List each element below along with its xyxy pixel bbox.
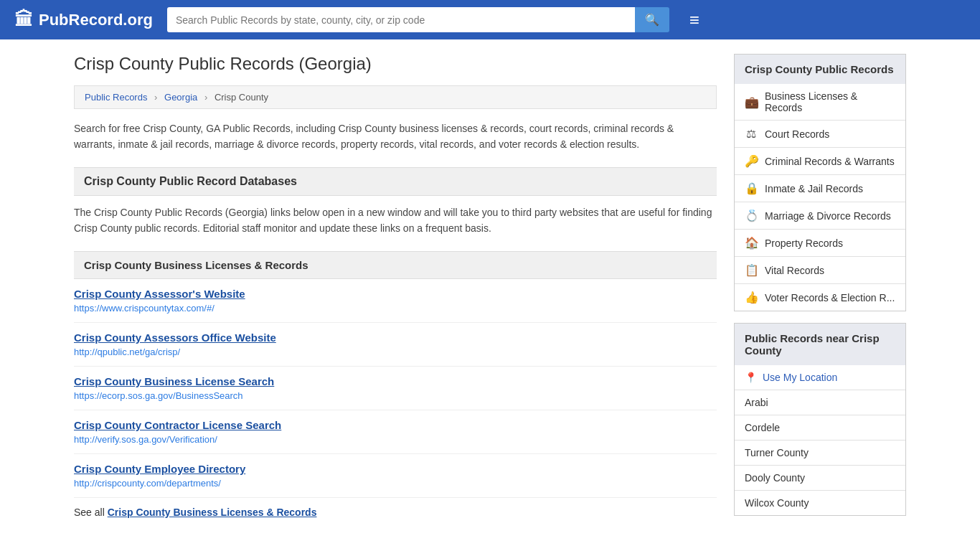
sidebar-nearby-list: 📍Use My LocationArabiCordeleTurner Count… [734, 365, 906, 516]
sidebar-record-item[interactable]: ⚖ Court Records [735, 121, 905, 148]
business-link-title[interactable]: Crisp County Business License Search [74, 375, 717, 387]
sidebar-record-icon: 💼 [745, 95, 758, 109]
breadcrumb: Public Records › Georgia › Crisp County [74, 85, 717, 109]
nearby-use-location[interactable]: 📍Use My Location [735, 365, 905, 390]
sidebar-record-label: Voter Records & Election R... [765, 292, 895, 303]
business-link-url: http://crispcounty.com/departments/ [74, 478, 221, 489]
breadcrumb-public-records[interactable]: Public Records [85, 92, 147, 103]
search-input[interactable] [167, 7, 635, 32]
nearby-label: Wilcox County [745, 497, 809, 509]
breadcrumb-sep-2: › [204, 92, 207, 103]
sidebar-public-records-heading: Crisp County Public Records [734, 54, 906, 84]
business-link-url: http://verify.sos.ga.gov/Verification/ [74, 434, 217, 445]
breadcrumb-crisp-county: Crisp County [215, 92, 268, 103]
sidebar-record-item[interactable]: 🔒 Inmate & Jail Records [735, 175, 905, 202]
site-header: 🏛 PubRecord.org 🔍 ≡ [0, 0, 980, 39]
business-link-title[interactable]: Crisp County Assessors Office Website [74, 331, 717, 344]
sidebar-record-icon: 📋 [745, 263, 758, 277]
menu-button[interactable]: ≡ [684, 9, 705, 32]
nearby-location-item[interactable]: Cordele [735, 415, 905, 441]
sidebar-record-label: Marriage & Divorce Records [765, 210, 891, 222]
building-icon: 🏛 [14, 9, 33, 31]
sidebar-record-icon: 🏠 [745, 236, 758, 250]
sidebar-record-item[interactable]: 💍 Marriage & Divorce Records [735, 202, 905, 230]
business-link-item: Crisp County Assessor's Website https://… [74, 279, 717, 323]
sidebar-record-label: Court Records [765, 128, 829, 140]
sidebar-nearby-section: Public Records near Crisp County 📍Use My… [734, 323, 906, 516]
search-button[interactable]: 🔍 [635, 7, 669, 32]
nearby-label: Use My Location [763, 372, 837, 383]
sidebar-record-label: Business Licenses & Records [765, 90, 895, 113]
see-all-label: See all [74, 507, 105, 518]
nearby-location-item[interactable]: Arabi [735, 390, 905, 415]
databases-section-desc: The Crisp County Public Records (Georgia… [74, 204, 717, 237]
sidebar-record-label: Property Records [765, 237, 843, 249]
search-bar: 🔍 [167, 7, 669, 32]
logo-text: PubRecord.org [39, 11, 153, 29]
nearby-label: Turner County [745, 447, 809, 458]
sidebar-record-icon: 👍 [745, 291, 758, 304]
sidebar-record-icon: ⚖ [745, 127, 758, 141]
sidebar-items-list: 💼 Business Licenses & Records ⚖ Court Re… [734, 84, 906, 311]
business-link-url: https://www.crispcountytax.com/#/ [74, 303, 215, 314]
sidebar-record-item[interactable]: 👍 Voter Records & Election R... [735, 284, 905, 311]
sidebar-record-icon: 🔑 [745, 154, 758, 168]
see-all-link[interactable]: Crisp County Business Licenses & Records [108, 507, 317, 518]
main-container: Crisp County Public Records (Georgia) Pu… [60, 39, 920, 541]
breadcrumb-georgia[interactable]: Georgia [164, 92, 197, 103]
nearby-label: Cordele [745, 422, 780, 433]
sidebar-record-label: Vital Records [765, 265, 824, 276]
breadcrumb-sep-1: › [154, 92, 157, 103]
nearby-label: Dooly County [745, 472, 805, 484]
intro-text: Search for free Crisp County, GA Public … [74, 121, 717, 153]
business-links-list: Crisp County Assessor's Website https://… [74, 279, 717, 498]
business-link-title[interactable]: Crisp County Contractor License Search [74, 419, 717, 431]
databases-section-heading: Crisp County Public Record Databases [74, 167, 717, 196]
content-area: Crisp County Public Records (Georgia) Pu… [74, 54, 717, 527]
business-link-url: https://ecorp.sos.ga.gov/BusinessSearch [74, 390, 243, 401]
business-link-item: Crisp County Contractor License Search h… [74, 410, 717, 454]
business-link-item: Crisp County Assessors Office Website ht… [74, 323, 717, 367]
sidebar-record-icon: 🔒 [745, 182, 758, 195]
nearby-location-item[interactable]: Wilcox County [735, 491, 905, 515]
sidebar-record-item[interactable]: 📋 Vital Records [735, 257, 905, 284]
page-title: Crisp County Public Records (Georgia) [74, 54, 717, 74]
business-link-item: Crisp County Business License Search htt… [74, 367, 717, 410]
see-all-row: See all Crisp County Business Licenses &… [74, 498, 717, 527]
nearby-label: Arabi [745, 397, 768, 408]
sidebar-record-label: Criminal Records & Warrants [765, 156, 895, 167]
site-logo[interactable]: 🏛 PubRecord.org [14, 9, 153, 31]
location-pin-icon: 📍 [745, 372, 757, 383]
sidebar-record-item[interactable]: 💼 Business Licenses & Records [735, 84, 905, 121]
sidebar-record-label: Inmate & Jail Records [765, 183, 863, 194]
sidebar-nearby-heading: Public Records near Crisp County [734, 323, 906, 365]
business-section-heading: Crisp County Business Licenses & Records [74, 251, 717, 279]
business-link-title[interactable]: Crisp County Assessor's Website [74, 288, 717, 300]
sidebar-record-item[interactable]: 🔑 Criminal Records & Warrants [735, 148, 905, 175]
business-link-item: Crisp County Employee Directory http://c… [74, 454, 717, 498]
business-link-url: http://qpublic.net/ga/crisp/ [74, 347, 180, 357]
business-link-title[interactable]: Crisp County Employee Directory [74, 463, 717, 475]
nearby-location-item[interactable]: Turner County [735, 441, 905, 466]
sidebar-record-item[interactable]: 🏠 Property Records [735, 230, 905, 257]
sidebar: Crisp County Public Records 💼 Business L… [734, 54, 906, 527]
nearby-location-item[interactable]: Dooly County [735, 466, 905, 491]
sidebar-public-records-section: Crisp County Public Records 💼 Business L… [734, 54, 906, 311]
sidebar-record-icon: 💍 [745, 209, 758, 222]
